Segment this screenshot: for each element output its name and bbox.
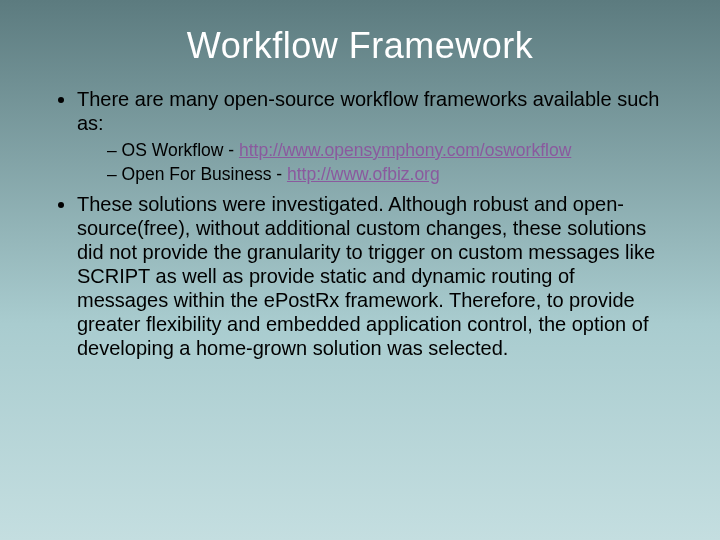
sub-label: Open For Business - (122, 164, 287, 184)
bullet-text: These solutions were investigated. Altho… (77, 193, 655, 359)
slide-title: Workflow Framework (55, 25, 665, 67)
bullet-item-body: These solutions were investigated. Altho… (77, 192, 665, 360)
link-osworkflow[interactable]: http://www.opensymphony.com/osworkflow (239, 140, 571, 160)
bullet-item-intro: There are many open-source workflow fram… (77, 87, 665, 186)
sub-item-ofbiz: Open For Business - http://www.ofbiz.org (107, 163, 665, 187)
slide: Workflow Framework There are many open-s… (0, 0, 720, 540)
sub-label: OS Workflow - (122, 140, 239, 160)
sub-list: OS Workflow - http://www.opensymphony.co… (77, 139, 665, 186)
bullet-text: There are many open-source workflow fram… (77, 88, 659, 134)
bullet-list: There are many open-source workflow fram… (55, 87, 665, 360)
link-ofbiz[interactable]: http://www.ofbiz.org (287, 164, 440, 184)
sub-item-osworkflow: OS Workflow - http://www.opensymphony.co… (107, 139, 665, 163)
